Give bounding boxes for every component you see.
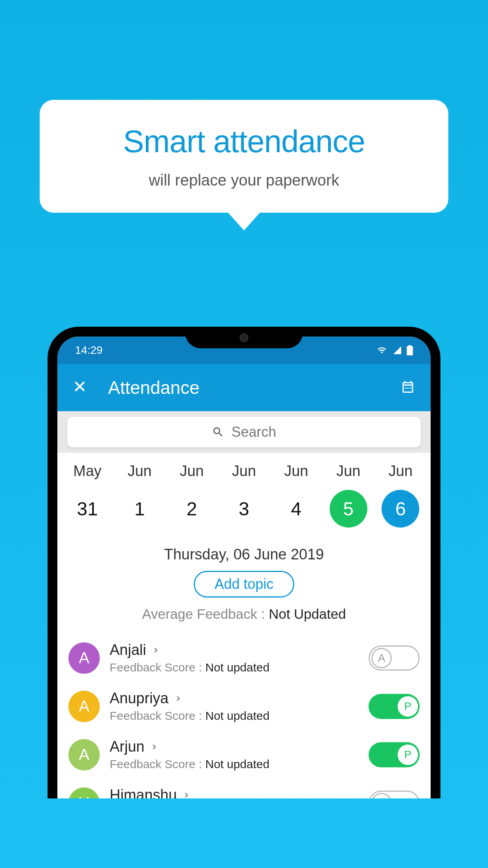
student-row: HHimanshuFeedback Score : Not updatedA (57, 779, 431, 798)
student-info[interactable]: HimanshuFeedback Score : Not updated (110, 787, 359, 798)
avatar: A (68, 691, 100, 722)
date-item[interactable]: Jun6 (382, 463, 419, 528)
student-info[interactable]: AnupriyaFeedback Score : Not updated (110, 690, 359, 723)
date-day: 5 (330, 490, 367, 528)
date-day: 2 (173, 490, 211, 528)
date-month: Jun (232, 463, 256, 480)
student-row: AAnupriyaFeedback Score : Not updatedP (57, 682, 431, 730)
signal-icon (393, 346, 402, 355)
status-icons (376, 345, 413, 355)
student-info[interactable]: AnjaliFeedback Score : Not updated (110, 642, 359, 674)
student-name: Arjun (110, 738, 145, 755)
app-header: Attendance (57, 364, 431, 411)
feedback-score: Feedback Score : Not updated (110, 709, 359, 723)
avatar: A (68, 739, 100, 771)
tooltip-subtitle: will replace your paperwork (55, 171, 433, 189)
promo-tooltip: Smart attendance will replace your paper… (40, 100, 448, 213)
svg-rect-0 (407, 346, 413, 355)
svg-point-5 (407, 387, 409, 389)
date-month: Jun (336, 463, 360, 480)
chevron-right-icon (150, 741, 158, 753)
add-topic-button[interactable]: Add topic (194, 571, 294, 598)
avg-feedback-label: Average Feedback : (142, 606, 269, 622)
date-month: May (73, 463, 102, 480)
student-name: Anupriya (110, 690, 169, 707)
student-row: AArjunFeedback Score : Not updatedP (57, 730, 431, 779)
date-day: 3 (225, 490, 263, 528)
student-list: AAnjaliFeedback Score : Not updatedAAAnu… (57, 634, 431, 798)
phone-notch (185, 327, 303, 348)
wifi-icon (376, 346, 388, 355)
attendance-toggle[interactable]: P (369, 742, 420, 767)
search-bar-container: Search (57, 411, 431, 453)
date-month: Jun (389, 463, 413, 480)
avatar: A (68, 642, 100, 674)
search-placeholder: Search (231, 424, 276, 440)
search-input[interactable]: Search (67, 417, 421, 447)
date-item[interactable]: Jun1 (121, 463, 158, 528)
date-item[interactable]: May31 (68, 463, 106, 528)
svg-point-6 (409, 387, 411, 389)
status-time: 14:29 (75, 344, 103, 357)
date-item[interactable]: Jun5 (330, 463, 367, 528)
feedback-score: Feedback Score : Not updated (110, 758, 359, 771)
average-feedback: Average Feedback : Not Updated (57, 606, 431, 634)
toggle-knob: A (371, 793, 392, 799)
date-day: 1 (121, 490, 158, 528)
student-row: AAnjaliFeedback Score : Not updatedA (57, 634, 431, 682)
feedback-score: Feedback Score : Not updated (110, 661, 359, 674)
chevron-right-icon (183, 789, 190, 799)
avatar: H (68, 787, 100, 799)
student-name: Himanshu (110, 787, 177, 798)
date-strip: May31Jun1Jun2Jun3Jun4Jun5Jun6 (57, 453, 431, 541)
phone-screen: 14:29 Attendance Search May31Jun1Jun2Jun… (57, 337, 431, 798)
avg-feedback-value: Not Updated (269, 606, 346, 622)
tooltip-title: Smart attendance (55, 123, 433, 160)
date-month: Jun (128, 463, 152, 480)
date-month: Jun (180, 463, 204, 480)
close-icon[interactable] (73, 378, 86, 397)
chevron-right-icon (152, 644, 159, 657)
selected-date: Thursday, 06 June 2019 (57, 541, 431, 571)
toggle-knob: P (398, 696, 418, 717)
svg-rect-1 (408, 345, 411, 347)
student-name: Anjali (110, 642, 146, 658)
toggle-knob: A (371, 648, 392, 668)
date-item[interactable]: Jun2 (173, 463, 211, 528)
date-item[interactable]: Jun4 (277, 463, 315, 528)
battery-icon (407, 345, 413, 355)
date-month: Jun (284, 463, 308, 480)
date-item[interactable]: Jun3 (225, 463, 263, 528)
student-info[interactable]: ArjunFeedback Score : Not updated (110, 738, 359, 771)
svg-point-4 (405, 387, 406, 389)
calendar-icon[interactable] (401, 380, 415, 395)
chevron-right-icon (174, 692, 182, 705)
toggle-knob: P (398, 745, 418, 765)
search-icon (212, 426, 224, 438)
attendance-toggle[interactable]: A (369, 645, 420, 671)
attendance-toggle[interactable]: A (369, 791, 420, 799)
attendance-toggle[interactable]: P (369, 694, 420, 719)
date-day: 4 (277, 490, 315, 528)
page-title: Attendance (108, 377, 379, 398)
date-day: 31 (68, 490, 106, 528)
date-day: 6 (382, 490, 419, 528)
phone-frame: 14:29 Attendance Search May31Jun1Jun2Jun… (48, 327, 440, 798)
